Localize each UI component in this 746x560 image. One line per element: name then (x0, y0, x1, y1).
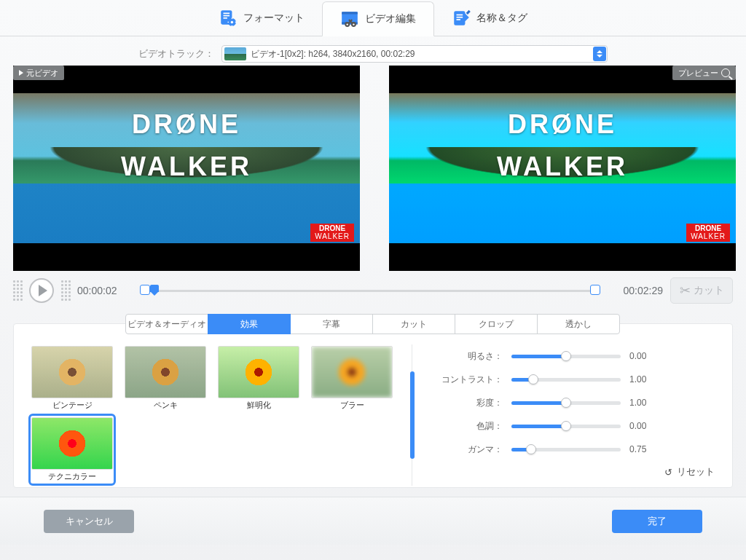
svg-rect-23 (466, 10, 471, 15)
effect-vintage-label: ビンテージ (52, 400, 93, 411)
duration-time: 00:02:29 (608, 285, 663, 296)
watermark-badge: DRONEWALKER (310, 224, 354, 242)
effect-paint[interactable]: ペンキ (122, 344, 209, 412)
video-track-value: ビデオ-1[0x2]: h264, 3840x2160, 00:02:29 (251, 48, 415, 60)
slider-hue-label: 色調： (434, 420, 503, 433)
reset-label: リセット (677, 465, 715, 478)
svg-rect-11 (342, 12, 358, 14)
svg-rect-20 (457, 15, 463, 16)
slider-gamma-label: ガンマ： (434, 443, 503, 456)
slider-hue: 色調： 0.00 (434, 417, 718, 435)
subtab-effects[interactable]: 効果 (208, 314, 291, 334)
effect-blur-label: ブラー (340, 400, 364, 411)
tab-name-tag[interactable]: 名称＆タグ (434, 1, 545, 36)
sub-tab-bar: ビデオ＆オーディオ 効果 字幕 カット クロップ 透かし (126, 314, 620, 334)
slider-saturation-bar[interactable] (511, 401, 621, 405)
tab-name-tag-label: 名称＆タグ (476, 12, 527, 25)
current-time: 00:00:02 (77, 285, 133, 296)
slider-saturation: 彩度： 1.00 (434, 394, 718, 411)
svg-rect-3 (224, 17, 227, 19)
cancel-button[interactable]: キャンセル (44, 510, 134, 533)
effect-technicolor[interactable]: テクニカラー (28, 414, 116, 486)
video-edit-icon (340, 9, 359, 28)
sliders-group: 明るさ： 0.00 コントラスト： 1.00 彩度： 1.00 色調： (417, 344, 718, 486)
slider-contrast-label: コントラスト： (434, 374, 503, 386)
svg-point-16 (353, 23, 354, 25)
svg-point-5 (231, 21, 233, 23)
slider-saturation-label: 彩度： (434, 397, 503, 409)
effect-sharp-label: 鮮明化 (247, 400, 271, 411)
overlay-line1: DRØNE (389, 109, 736, 140)
playhead-handle[interactable] (150, 285, 159, 296)
slider-brightness-value: 0.00 (629, 351, 661, 361)
slider-gamma-value: 0.75 (629, 444, 661, 454)
top-tab-bar: フォーマット ビデオ編集 名称＆タグ (0, 0, 746, 36)
magnify-icon[interactable] (721, 68, 730, 77)
svg-rect-2 (224, 15, 230, 17)
scissors-icon: ✂ (680, 283, 691, 299)
result-video-preview: DRØNE WALKER DRONEWALKER (389, 66, 736, 271)
subtab-subtitle[interactable]: 字幕 (290, 314, 373, 334)
source-video-label: 元ビデオ (26, 68, 58, 79)
overlay-line2: WALKER (13, 151, 360, 182)
svg-rect-1 (224, 12, 230, 14)
effects-grid: ビンテージ ペンキ 鮮明化 ブラー テクニカラー (28, 344, 407, 486)
reset-button[interactable]: ↺ リセット (664, 465, 715, 478)
dropdown-caret-icon (593, 47, 606, 61)
preview-video-tag: プレビュー (672, 66, 736, 80)
footer-bar: キャンセル 完了 (0, 497, 746, 545)
panel-split-handle[interactable] (412, 344, 412, 486)
source-video-tag: 元ビデオ (13, 66, 64, 80)
effect-paint-label: ペンキ (154, 400, 178, 411)
slider-brightness: 明るさ： 0.00 (434, 347, 718, 365)
preview-video-label: プレビュー (678, 68, 718, 79)
tab-format[interactable]: フォーマット (201, 1, 322, 36)
svg-rect-21 (457, 17, 463, 18)
slider-brightness-label: 明るさ： (434, 350, 503, 363)
overlay-line2: WALKER (389, 151, 736, 182)
video-track-select[interactable]: ビデオ-1[0x2]: h264, 3840x2160, 00:02:29 (221, 45, 608, 63)
slider-saturation-value: 1.00 (629, 398, 661, 408)
video-track-row: ビデオトラック： ビデオ-1[0x2]: h264, 3840x2160, 00… (0, 36, 746, 66)
effect-technicolor-label: テクニカラー (48, 471, 96, 482)
video-track-label: ビデオトラック： (138, 47, 214, 60)
svg-rect-19 (454, 11, 465, 25)
watermark-badge: DRONEWALKER (686, 224, 730, 242)
slider-hue-value: 0.00 (629, 421, 661, 431)
format-icon (219, 9, 237, 28)
slider-contrast: コントラスト： 1.00 (434, 371, 718, 388)
undo-icon: ↺ (664, 467, 672, 478)
slider-gamma-bar[interactable] (511, 448, 621, 451)
slider-contrast-value: 1.00 (629, 374, 661, 384)
subtab-crop[interactable]: クロップ (455, 314, 538, 334)
subtab-cut[interactable]: カット (372, 314, 455, 334)
play-button[interactable] (29, 278, 54, 303)
name-tag-icon (452, 9, 471, 28)
effect-vintage[interactable]: ビンテージ (28, 344, 116, 412)
done-button[interactable]: 完了 (612, 510, 702, 533)
bracket-out-handle[interactable] (590, 285, 600, 295)
cut-button-label: カット (694, 284, 724, 297)
tab-format-label: フォーマット (243, 12, 305, 25)
bracket-in-handle[interactable] (140, 285, 150, 295)
effect-blur[interactable]: ブラー (308, 344, 396, 412)
subtab-watermark[interactable]: 透かし (537, 314, 620, 334)
tab-video-edit[interactable]: ビデオ編集 (322, 1, 434, 36)
slider-hue-bar[interactable] (511, 425, 621, 428)
grip-right-icon[interactable] (61, 280, 70, 301)
subtab-video-audio[interactable]: ビデオ＆オーディオ (125, 314, 208, 334)
slider-contrast-bar[interactable] (511, 378, 621, 382)
overlay-line1: DRØNE (13, 109, 360, 140)
grip-left-icon[interactable] (13, 280, 22, 301)
edit-panel: ビデオ＆オーディオ 効果 字幕 カット クロップ 透かし ビンテージ ペンキ 鮮… (13, 323, 733, 488)
cut-button[interactable]: ✂ カット (670, 277, 733, 304)
source-video-preview: DRØNE WALKER DRONEWALKER (13, 66, 360, 271)
slider-gamma: ガンマ： 0.75 (434, 441, 718, 458)
timeline-track[interactable] (140, 283, 600, 298)
track-thumb-icon (224, 47, 246, 60)
effect-sharp[interactable]: 鮮明化 (215, 344, 302, 412)
timeline-row: 00:00:02 00:02:29 ✂ カット (0, 271, 746, 307)
svg-rect-22 (457, 19, 460, 20)
svg-point-15 (347, 23, 348, 25)
slider-brightness-bar[interactable] (511, 355, 621, 358)
